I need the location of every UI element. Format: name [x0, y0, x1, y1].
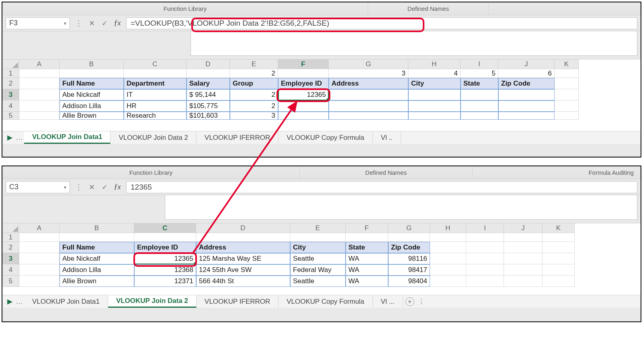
row-3: 3 Abe Nickcalf IT $ 95,144 2 12365	[2, 89, 641, 100]
row-5: 5 Allie Brown Research $101,603 3	[2, 112, 641, 120]
excel-panel-top: Function Library Defined Names F3 ▼ ⋮ ✕ …	[2, 2, 641, 157]
ribbon-group-function-library: Function Library	[2, 2, 368, 15]
col-G[interactable]: G	[388, 223, 430, 233]
row-5: 5 Allie Brown 12371 566 44th St Seattle …	[2, 276, 641, 287]
th-department[interactable]: Department	[124, 78, 186, 89]
enter-icon[interactable]: ✓	[98, 17, 111, 29]
col-B[interactable]: B	[59, 223, 134, 233]
th-empid[interactable]: Employee ID	[134, 242, 196, 253]
th-fullname[interactable]: Full Name	[59, 242, 134, 253]
row-header-3[interactable]: 3	[2, 89, 19, 100]
col-F[interactable]: F	[346, 223, 388, 233]
col-I[interactable]: I	[461, 59, 498, 69]
cancel-icon[interactable]: ✕	[85, 181, 98, 193]
sheet-tab-data1[interactable]: VLOOKUP Join Data1	[24, 296, 108, 307]
col-I[interactable]: I	[466, 223, 504, 233]
formula-input[interactable]: 12365	[126, 181, 637, 193]
row-4: 4 Addison Lilla 12368 124 55th Ave SW Fe…	[2, 264, 641, 276]
col-D[interactable]: D	[186, 59, 230, 69]
excel-panel-bottom: Function Library Defined Names Formula A…	[2, 166, 641, 322]
fx-icon[interactable]: ƒx	[111, 181, 124, 193]
ribbon-group-labels: Function Library Defined Names	[2, 2, 641, 15]
col-K[interactable]: K	[555, 59, 579, 69]
cell-F3[interactable]: 12365	[278, 89, 329, 100]
th-zip[interactable]: Zip Code	[498, 78, 555, 89]
name-box[interactable]: C3 ▼	[6, 181, 70, 193]
name-box-value: F3	[9, 19, 18, 27]
new-sheet-icon[interactable]: +	[405, 297, 414, 306]
sheet-tab-iferror[interactable]: VLOOKUP IFERROR	[197, 296, 278, 307]
enter-icon[interactable]: ✓	[98, 181, 111, 193]
th-address[interactable]: Address	[196, 242, 290, 253]
th-state[interactable]: State	[461, 78, 498, 89]
th-address[interactable]: Address	[329, 78, 408, 89]
col-G[interactable]: G	[329, 59, 408, 69]
col-D[interactable]: D	[196, 223, 290, 233]
chevron-down-icon[interactable]: ▼	[63, 21, 67, 25]
formula-input[interactable]: =VLOOKUP(B3,'VLOOKUP Join Data 2'!B2:G56…	[126, 17, 637, 29]
formula-options-icon[interactable]: ⋮	[72, 181, 85, 193]
ribbon-group-labels: Function Library Defined Names Formula A…	[2, 166, 641, 179]
sheet-tab-data2[interactable]: VLOOKUP Join Data 2	[108, 295, 197, 308]
th-group[interactable]: Group	[230, 78, 278, 89]
tab-more-icon[interactable]: …	[14, 134, 24, 142]
column-headers: A B C D E F G H I J K	[2, 223, 641, 233]
sheet-tab-copy[interactable]: VLOOKUP Copy Formula	[278, 132, 373, 143]
row-3: 3 Abe Nickcalf 12365 125 Marsha Way SE S…	[2, 253, 641, 264]
cell-C3[interactable]: 12365	[134, 253, 196, 264]
ribbon-group-function-library: Function Library	[2, 166, 300, 179]
col-H[interactable]: H	[408, 59, 461, 69]
sheet-tab-more[interactable]: Vl ..	[373, 132, 401, 143]
name-box[interactable]: F3 ▼	[6, 17, 70, 29]
col-C[interactable]: C	[134, 223, 196, 233]
cancel-icon[interactable]: ✕	[85, 17, 98, 29]
tab-scroll-right-icon[interactable]: ▶	[5, 297, 14, 306]
th-city[interactable]: City	[290, 242, 346, 253]
col-B[interactable]: B	[59, 59, 124, 69]
formula-bar: F3 ▼ ⋮ ✕ ✓ ƒx =VLOOKUP(B3,'VLOOKUP Join …	[2, 15, 641, 31]
th-city[interactable]: City	[408, 78, 461, 89]
col-E[interactable]: E	[230, 59, 278, 69]
worksheet-grid[interactable]: A B C D E F G H I J K 1 2 3 4 5 6	[2, 59, 641, 131]
col-K[interactable]: K	[543, 223, 575, 233]
worksheet-grid[interactable]: A B C D E F G H I J K 1	[2, 223, 641, 295]
col-C[interactable]: C	[124, 59, 186, 69]
row-1: 1 2 3 4 5 6	[2, 69, 641, 78]
col-A[interactable]: A	[19, 59, 59, 69]
row-header-1[interactable]: 1	[2, 69, 19, 78]
tab-options-icon[interactable]: ⋮	[417, 297, 426, 306]
sheet-tabs: ▶ … VLOOKUP Join Data1 VLOOKUP Join Data…	[2, 131, 641, 144]
row-4: 4 Addison Lilla HR $105,775 2	[2, 100, 641, 112]
sheet-tab-copy[interactable]: VLOOKUP Copy Formula	[278, 296, 373, 307]
select-all-triangle[interactable]	[2, 59, 19, 69]
th-empid[interactable]: Employee ID	[278, 78, 329, 89]
col-F[interactable]: F	[278, 59, 329, 69]
col-A[interactable]: A	[19, 223, 59, 233]
ribbon-group-formula-auditing: Formula Auditing	[473, 166, 641, 179]
chevron-down-icon[interactable]: ▼	[63, 185, 67, 189]
formula-options-icon[interactable]: ⋮	[72, 17, 85, 29]
sheet-tab-data2[interactable]: VLOOKUP Join Data 2	[111, 132, 197, 143]
th-salary[interactable]: Salary	[186, 78, 230, 89]
th-zip[interactable]: Zip Code	[388, 242, 430, 253]
fx-icon[interactable]: ƒx	[111, 17, 124, 29]
column-headers: A B C D E F G H I J K	[2, 59, 641, 69]
ribbon-group-defined-names: Defined Names	[300, 166, 473, 179]
row-1: 1	[2, 233, 641, 242]
select-all-triangle[interactable]	[2, 223, 19, 233]
th-fullname[interactable]: Full Name	[59, 78, 124, 89]
col-J[interactable]: J	[498, 59, 555, 69]
row-2: 2 Full Name Department Salary Group Empl…	[2, 78, 641, 89]
sheet-tab-iferror[interactable]: VLOOKUP IFERROR	[197, 132, 278, 143]
tab-more-icon[interactable]: …	[14, 298, 24, 306]
formula-bar: C3 ▼ ⋮ ✕ ✓ ƒx 12365	[2, 179, 641, 195]
ribbon-group-defined-names: Defined Names	[368, 2, 489, 15]
tab-scroll-right-icon[interactable]: ▶	[5, 133, 14, 142]
col-H[interactable]: H	[430, 223, 466, 233]
sheet-tab-more[interactable]: Vl ...	[373, 296, 403, 307]
col-E[interactable]: E	[290, 223, 346, 233]
sheet-tab-data1[interactable]: VLOOKUP Join Data1	[24, 131, 111, 144]
row-header-2[interactable]: 2	[2, 78, 19, 89]
th-state[interactable]: State	[346, 242, 388, 253]
col-J[interactable]: J	[504, 223, 543, 233]
